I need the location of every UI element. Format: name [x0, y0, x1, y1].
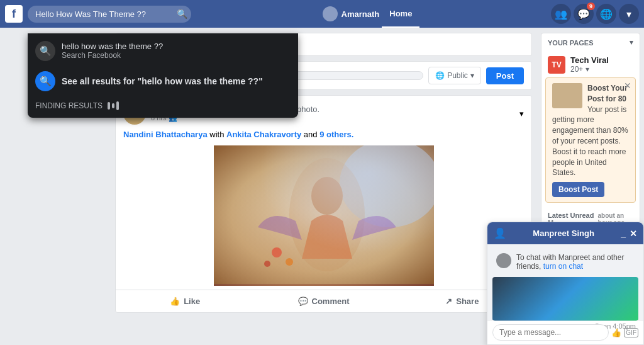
- page-row[interactable]: TV Tech Viral 20+ ▾: [541, 52, 640, 77]
- like-label: Like: [184, 297, 200, 306]
- search-bar: 🔍 🔍 hello how was the theme ?? Search Fa…: [28, 6, 191, 23]
- search-dropdown: 🔍 hello how was the theme ?? Search Face…: [28, 33, 298, 118]
- chat-body: To chat with Manpreet and other friends,…: [487, 244, 643, 320]
- gif-icon[interactable]: GIF: [624, 328, 638, 337]
- search-icon[interactable]: 🔍: [177, 9, 187, 19]
- pages-collapse-arrow[interactable]: ▾: [630, 38, 633, 47]
- turn-on-chat-link[interactable]: turn on chat: [543, 262, 583, 271]
- svg-point-2: [289, 158, 365, 271]
- post-image: [214, 145, 434, 286]
- thumbs-up-icon[interactable]: 👍: [611, 328, 621, 337]
- friend-icon: 👥: [555, 8, 567, 20]
- svg-point-1: [340, 145, 434, 227]
- message-icon: 💬: [577, 8, 590, 20]
- finding-results-bar: FINDING RESULTS: [28, 96, 298, 115]
- post-others-link[interactable]: 9 others.: [319, 130, 353, 139]
- facebook-logo[interactable]: f: [5, 5, 23, 23]
- post-body-text: Nandini Bhattacharya with Ankita Chakrav…: [116, 127, 531, 142]
- share-icon: ↗: [445, 297, 452, 306]
- chat-close-button[interactable]: ✕: [630, 229, 637, 239]
- like-button[interactable]: 👍 Like: [116, 291, 254, 311]
- loading-indicator: [108, 101, 119, 110]
- messages-button[interactable]: 💬 9: [574, 4, 594, 24]
- comment-label: Comment: [312, 297, 350, 306]
- like-icon: 👍: [170, 297, 180, 306]
- share-label: Share: [456, 297, 479, 306]
- user-name: Amarnath: [341, 9, 380, 19]
- post-image-svg: [214, 145, 434, 284]
- boost-thumbnail: [552, 83, 582, 108]
- search-all-results[interactable]: 🔍 See all results for "hello how was the…: [28, 66, 298, 96]
- chat-notice-text: To chat with Manpreet and other friends,…: [516, 253, 635, 271]
- svg-rect-0: [214, 145, 434, 284]
- search-suggestion-icon-1: 🔍: [35, 41, 55, 61]
- svg-point-4: [272, 247, 282, 257]
- notifications-button[interactable]: 🌐: [596, 4, 616, 24]
- user-avatar: [323, 6, 338, 21]
- privacy-selector[interactable]: 🌐 Public ▾: [428, 67, 481, 84]
- search-input[interactable]: [28, 6, 191, 23]
- turn-on-chat-notice: To chat with Manpreet and other friends,…: [492, 249, 638, 274]
- post-actions: 👍 Like 💬 Comment ↗ Share: [116, 290, 531, 312]
- page-name: Tech Viral: [570, 55, 609, 65]
- comment-button[interactable]: 💬 Comment: [254, 291, 392, 311]
- public-label: Public: [447, 71, 468, 80]
- your-pages-header: YOUR PAGES ▾: [541, 33, 640, 52]
- search-all-icon: 🔍: [35, 71, 55, 91]
- post-tagged-link[interactable]: Ankita Chakravorty: [226, 130, 301, 139]
- topnav-center: Amarnath Home: [191, 0, 551, 28]
- post-card: Nandini Bhattacharya was tagged in a pho…: [115, 95, 532, 313]
- chat-send-icons: 👍 GIF: [611, 328, 638, 337]
- account-menu-button[interactable]: ▾: [619, 4, 639, 24]
- search-suggestion-text-1: hello how was the theme ?? Search Facebo…: [62, 42, 163, 60]
- home-link[interactable]: Home: [382, 0, 419, 28]
- page-notifications: 20+ ▾: [570, 65, 609, 74]
- notification-badge: 9: [587, 3, 595, 10]
- svg-point-3: [311, 177, 343, 215]
- chat-avatar-small: 👤: [494, 227, 506, 239]
- topnav-icon-group: 👥 💬 9 🌐 ▾: [551, 4, 639, 24]
- top-navigation: f 🔍 🔍 hello how was the theme ?? Search …: [0, 0, 644, 28]
- dropdown-arrow: ▾: [470, 71, 474, 80]
- boost-close-button[interactable]: ✕: [624, 81, 631, 91]
- logo-letter: f: [12, 8, 16, 21]
- friend-requests-button[interactable]: 👥: [551, 4, 571, 24]
- globe-icon: 🌐: [435, 71, 445, 80]
- chat-image: [492, 277, 638, 321]
- post-button[interactable]: Post: [486, 67, 524, 84]
- chat-message-input[interactable]: [492, 324, 609, 341]
- svg-point-6: [264, 261, 270, 267]
- user-profile-link[interactable]: Amarnath: [323, 6, 380, 21]
- chat-header-icons: _ ✕: [621, 229, 637, 239]
- post-author-link[interactable]: Nandini Bhattacharya: [123, 130, 208, 139]
- boost-card: ✕ Boost Your Post for 80 Your post is ge…: [545, 77, 636, 203]
- boost-post-button[interactable]: Boost Post: [552, 182, 604, 197]
- search-suggestion-1[interactable]: 🔍 hello how was the theme ?? Search Face…: [28, 36, 298, 66]
- chat-panel: 👤 Manpreet Singh _ ✕ To chat with Manpre…: [487, 222, 644, 345]
- chat-header: 👤 Manpreet Singh _ ✕: [487, 222, 643, 244]
- svg-point-5: [286, 258, 293, 266]
- bell-icon: 🌐: [600, 8, 613, 20]
- your-pages-label: YOUR PAGES: [548, 39, 594, 47]
- post-options-chevron[interactable]: ▾: [519, 109, 524, 118]
- chat-minimize-button[interactable]: _: [621, 229, 626, 239]
- comment-icon: 💬: [298, 297, 308, 306]
- chevron-down-icon: ▾: [626, 8, 631, 20]
- chat-notice-icon: [496, 253, 511, 268]
- chat-user-name: Manpreet Singh: [533, 229, 594, 238]
- page-thumbnail: TV: [548, 56, 565, 74]
